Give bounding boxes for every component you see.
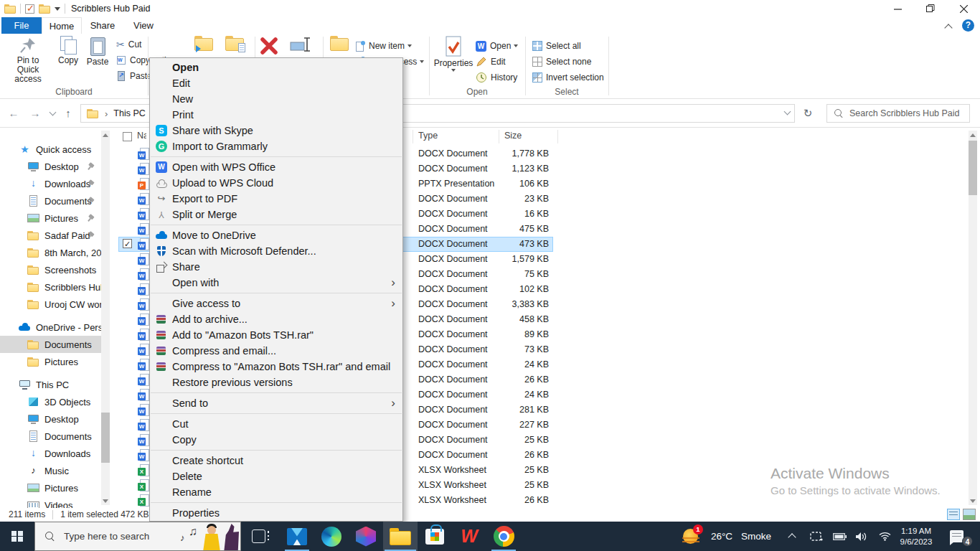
sidebar-item[interactable]: Quick access	[0, 141, 101, 158]
scroll-up-arrow[interactable]	[969, 131, 977, 139]
qat-properties-button[interactable]	[25, 4, 34, 14]
context-menu-item[interactable]: Create shortcut	[150, 453, 402, 468]
taskbar-app-store[interactable]	[418, 522, 452, 551]
edit-button[interactable]: Edit	[476, 55, 506, 68]
help-button[interactable]: ?	[962, 19, 974, 32]
sidebar-item[interactable]: Desktop	[0, 158, 101, 175]
taskbar-app-mail[interactable]	[280, 522, 314, 551]
sidebar-item[interactable]: Documents	[0, 428, 101, 445]
new-folder-button[interactable]	[330, 36, 349, 51]
sidebar-item[interactable]: 3D Objects	[0, 393, 101, 410]
sidebar-item[interactable]: Pictures	[0, 353, 101, 370]
sidebar-item[interactable]: Documents	[0, 192, 101, 209]
qat-customize-button[interactable]	[55, 7, 60, 11]
context-menu-item[interactable]: Scan with Microsoft Defender...	[150, 243, 402, 259]
back-button[interactable]: ←	[6, 105, 22, 121]
network-button[interactable]	[875, 522, 894, 551]
connect-device-button[interactable]	[808, 522, 825, 551]
history-button[interactable]: History	[476, 71, 517, 84]
breadcrumb-this-pc[interactable]: This PC	[113, 108, 145, 118]
context-menu-item[interactable]: Restore previous versions	[150, 375, 402, 390]
scroll-down-arrow[interactable]	[101, 496, 110, 505]
context-menu-item[interactable]	[150, 291, 402, 296]
column-divider[interactable]	[499, 130, 499, 143]
context-menu-item[interactable]: Open with ›	[150, 275, 402, 291]
column-header-name[interactable]: Name	[137, 131, 146, 141]
context-menu-item[interactable]	[150, 500, 402, 505]
context-menu-item[interactable]: Export to PDF	[150, 191, 402, 207]
move-to-button[interactable]	[194, 36, 213, 51]
context-menu-item[interactable]: Open	[150, 60, 402, 75]
sidebar-item[interactable]: Documents	[0, 336, 101, 353]
close-button[interactable]	[947, 0, 980, 17]
paste-button[interactable]: Paste	[83, 36, 112, 67]
context-menu-item[interactable]: Add to archive...	[150, 311, 402, 327]
copy-button[interactable]: Copy	[55, 36, 82, 65]
sidebar-item[interactable]: Screenshots	[0, 261, 101, 278]
action-center-button[interactable]: 4	[944, 522, 969, 551]
context-menu-item[interactable]: Compress to "Amazon Bots TSH.rar" and em…	[150, 359, 402, 375]
sidebar-item[interactable]: Sadaf Paid	[0, 227, 101, 244]
context-menu-item[interactable]	[150, 222, 402, 227]
taskbar-app-file-explorer[interactable]	[383, 522, 418, 551]
column-divider[interactable]	[557, 130, 558, 143]
pin-to-quick-access-button[interactable]: Pin to Quickaccess	[6, 36, 50, 84]
context-menu-item[interactable]: Cut	[150, 416, 402, 432]
copy-to-button[interactable]	[225, 36, 244, 51]
context-menu-item[interactable]	[150, 154, 402, 159]
taskbar-app-edge[interactable]	[314, 522, 349, 551]
context-menu-item[interactable]: Properties	[150, 505, 402, 521]
sidebar-scrollbar[interactable]	[101, 131, 110, 505]
sidebar-item[interactable]: OneDrive - Person	[0, 319, 101, 336]
file-list-scrollbar[interactable]	[969, 131, 977, 505]
scroll-up-arrow[interactable]	[101, 131, 110, 139]
context-menu-item[interactable]: Share	[150, 259, 402, 275]
select-none-button[interactable]: Select none	[532, 55, 591, 68]
sidebar-item[interactable]: Scribblers Hub P	[0, 278, 101, 296]
task-view-button[interactable]	[247, 522, 274, 551]
row-checkbox[interactable]: ✓	[123, 239, 132, 248]
sidebar-item[interactable]: Urooj CW work	[0, 296, 101, 313]
sidebar-item[interactable]: Pictures	[0, 479, 101, 496]
context-menu-item[interactable]: New	[150, 91, 402, 107]
context-menu-item[interactable]	[150, 411, 402, 416]
sidebar-item[interactable]: 8th March, 2022	[0, 244, 101, 261]
collapse-ribbon-button[interactable]	[946, 21, 954, 29]
select-all-button[interactable]: Select all	[532, 39, 581, 52]
context-menu-item[interactable]: Edit	[150, 75, 402, 91]
context-menu-item[interactable]: Delete	[150, 468, 402, 484]
context-menu-item[interactable]: Open with WPS Office	[150, 159, 402, 175]
context-menu-item[interactable]: Share with Skype	[150, 123, 402, 138]
sidebar-item[interactable]: Music	[0, 462, 101, 479]
context-menu-item[interactable]	[150, 448, 402, 453]
context-menu-item[interactable]: Import to Grammarly	[150, 138, 402, 154]
weather-condition[interactable]: Smoke	[739, 522, 773, 551]
context-menu-item[interactable]: Rename	[150, 484, 402, 500]
up-button[interactable]: ↑	[60, 105, 76, 121]
details-view-button[interactable]	[947, 509, 960, 520]
taskbar-search-input[interactable]	[64, 531, 164, 542]
taskbar-app-wps[interactable]: W	[452, 522, 486, 551]
context-menu-item[interactable]: Add to "Amazon Bots TSH.rar"	[150, 327, 402, 343]
search-box[interactable]	[826, 104, 970, 123]
scrollbar-thumb[interactable]	[101, 413, 110, 463]
new-item-button[interactable]: New item	[355, 39, 412, 52]
sidebar-item[interactable]: Downloads	[0, 175, 101, 192]
rename-button[interactable]	[290, 36, 311, 55]
delete-button[interactable]	[259, 36, 279, 56]
sidebar-item[interactable]: Videos	[0, 496, 101, 508]
sidebar-item[interactable]: This PC	[0, 376, 101, 393]
context-menu-item[interactable]: Print	[150, 107, 402, 123]
weather-temperature[interactable]: 26°C	[706, 522, 738, 551]
context-menu-item[interactable]: Compress and email...	[150, 343, 402, 359]
refresh-button[interactable]: ↻	[799, 105, 816, 121]
forward-button[interactable]: →	[27, 105, 43, 121]
column-header-type[interactable]: Type	[418, 131, 438, 141]
tab-home[interactable]: Home	[42, 17, 82, 34]
show-hidden-icons-button[interactable]	[783, 522, 801, 551]
properties-button[interactable]: Properties	[434, 36, 473, 72]
battery-button[interactable]	[831, 522, 848, 551]
scrollbar-thumb[interactable]	[969, 141, 977, 195]
column-divider[interactable]	[413, 130, 413, 143]
qat-new-folder-button[interactable]	[39, 4, 50, 14]
